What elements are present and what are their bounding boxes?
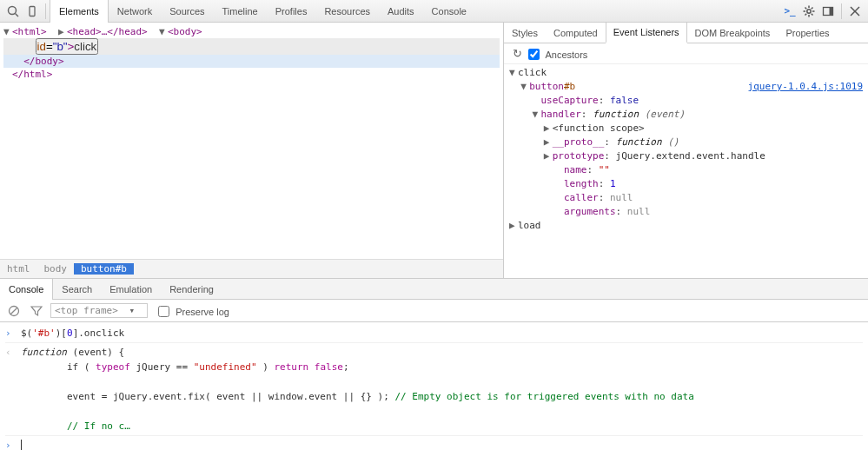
sidebar-tabs: StylesComputedEvent ListenersDOM Breakpo…	[504, 23, 868, 43]
svg-point-3	[807, 9, 811, 12]
drawer-tab-search[interactable]: Search	[53, 279, 101, 300]
separator	[45, 3, 46, 19]
breadcrumb-item[interactable]: body	[37, 263, 75, 275]
listener-row[interactable]: ▼handler: function (event)	[509, 108, 863, 122]
sidebar-tab-styles[interactable]: Styles	[504, 23, 546, 43]
svg-line-9	[812, 13, 813, 15]
svg-line-1	[16, 13, 19, 17]
sidebar-tab-event-listeners[interactable]: Event Listeners	[606, 23, 687, 43]
preserve-log-text: Preserve log	[176, 307, 229, 317]
elements-sidebar: StylesComputedEvent ListenersDOM Breakpo…	[504, 23, 868, 278]
svg-marker-18	[31, 307, 42, 315]
source-link[interactable]: jquery-1.0.4.js:1019	[748, 80, 863, 94]
dock-side-icon[interactable]	[818, 2, 838, 21]
dom-tree[interactable]: ▼<html> ▶<head>…</head> ▼<body> id="b">c…	[0, 23, 503, 259]
breadcrumb-item[interactable]: html	[0, 263, 37, 275]
main-tab-elements[interactable]: Elements	[50, 0, 109, 23]
show-drawer-icon[interactable]: >_	[780, 2, 799, 21]
settings-icon[interactable]	[799, 2, 818, 21]
drawer-tab-emulation[interactable]: Emulation	[101, 279, 161, 300]
drawer-tab-console[interactable]: Console	[0, 279, 53, 300]
close-icon[interactable]	[845, 2, 865, 21]
listener-row[interactable]: ▶__proto__: function ()	[509, 136, 863, 149]
inspect-icon[interactable]	[3, 2, 23, 21]
drawer-tab-rendering[interactable]: Rendering	[161, 279, 222, 300]
sidebar-toolbar: ↻ Ancestors	[504, 43, 868, 64]
preserve-log-label[interactable]: Preserve log	[158, 304, 229, 317]
svg-point-0	[9, 6, 17, 14]
console-entry: ‹function (event) { if ( typeof jQuery =…	[5, 343, 863, 436]
listener-row[interactable]: useCapture: false	[509, 94, 863, 108]
svg-line-11	[805, 13, 807, 15]
main-tab-network[interactable]: Network	[109, 0, 161, 23]
breadcrumb-item[interactable]: button#b	[74, 263, 134, 275]
svg-rect-13	[830, 7, 833, 15]
event-listeners-content[interactable]: ▼click ▼button#bjquery-1.0.4.js:1019 use…	[504, 64, 868, 278]
listener-row[interactable]: caller: null	[509, 191, 863, 205]
main-tab-resources[interactable]: Resources	[315, 0, 379, 23]
svg-rect-2	[30, 6, 35, 16]
drawer-tabs: ConsoleSearchEmulationRendering	[0, 279, 868, 300]
device-mode-icon[interactable]	[23, 2, 42, 21]
listener-row[interactable]: ▼button#bjquery-1.0.4.js:1019	[509, 80, 863, 94]
console-prompt[interactable]: ›	[5, 436, 863, 450]
refresh-icon[interactable]: ↻	[509, 46, 525, 62]
listener-row[interactable]: length: 1	[509, 177, 863, 191]
dom-node[interactable]: ▼<body>	[148, 26, 202, 37]
listener-row[interactable]: ▼click	[509, 66, 863, 80]
console-output[interactable]: ›$('#b')[0].onclick‹function (event) { i…	[0, 322, 868, 450]
listener-row[interactable]: arguments: null	[509, 205, 863, 219]
devtools-toolbar: ElementsNetworkSourcesTimelineProfilesRe…	[0, 0, 868, 23]
breadcrumb: htmlbodybutton#b	[0, 259, 503, 278]
svg-line-10	[812, 7, 813, 9]
dom-node[interactable]: ▶<head>…</head>	[47, 26, 148, 37]
preserve-log-checkbox[interactable]	[158, 306, 169, 317]
main-tab-console[interactable]: Console	[423, 0, 475, 23]
console-entry[interactable]: ›$('#b')[0].onclick	[5, 324, 863, 343]
dom-node[interactable]: </html>	[3, 69, 52, 80]
console-toolbar: <top frame> ▾ Preserve log	[0, 300, 868, 322]
frame-selector[interactable]: <top frame> ▾	[50, 303, 148, 318]
main-tab-profiles[interactable]: Profiles	[267, 0, 316, 23]
listener-row[interactable]: ▶load	[509, 219, 863, 233]
sidebar-tab-computed[interactable]: Computed	[546, 23, 606, 43]
frame-value: <top frame>	[55, 305, 118, 316]
svg-line-8	[805, 7, 807, 9]
main-split: ▼<html> ▶<head>…</head> ▼<body> id="b">c…	[0, 23, 868, 279]
ancestors-label: Ancestors	[545, 50, 587, 60]
dom-node[interactable]: ▼<html>	[3, 26, 47, 37]
clear-console-icon[interactable]	[5, 302, 23, 320]
sidebar-tab-dom-breakpoints[interactable]: DOM Breakpoints	[687, 23, 779, 43]
filter-icon[interactable]	[28, 302, 45, 320]
svg-line-17	[10, 308, 17, 314]
main-tab-sources[interactable]: Sources	[161, 0, 213, 23]
listener-row[interactable]: ▶<function scope>	[509, 122, 863, 136]
main-tab-timeline[interactable]: Timeline	[214, 0, 267, 23]
listener-row[interactable]: name: ""	[509, 163, 863, 177]
main-tab-audits[interactable]: Audits	[379, 0, 423, 23]
sidebar-tab-properties[interactable]: Properties	[778, 23, 837, 43]
ancestors-checkbox[interactable]	[528, 49, 540, 60]
dom-node[interactable]: id="b">click	[3, 38, 500, 55]
separator	[841, 3, 842, 19]
ancestors-checkbox-label[interactable]: Ancestors	[528, 47, 587, 60]
listener-row[interactable]: ▶prototype: jQuery.extend.event.handle	[509, 149, 863, 163]
elements-panel: ▼<html> ▶<head>…</head> ▼<body> id="b">c…	[0, 23, 504, 278]
dom-node[interactable]: </body>	[3, 55, 500, 68]
